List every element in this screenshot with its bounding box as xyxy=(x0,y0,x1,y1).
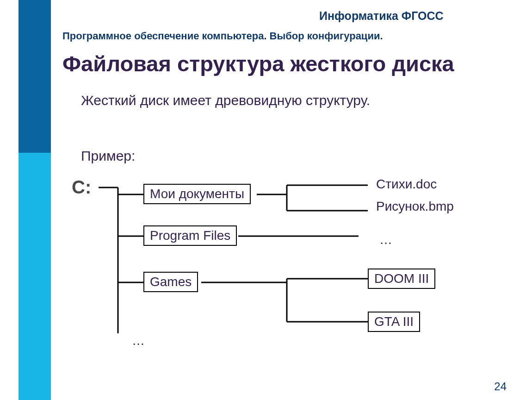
folder-games: Games xyxy=(143,272,198,292)
subtitle: Программное обеспечение компьютера. Выбо… xyxy=(62,30,383,42)
drive-label: C: xyxy=(72,177,91,198)
file-tree-diagram: C: Мои документы Program Files Games Сти… xyxy=(72,171,479,370)
example-label: Пример: xyxy=(81,148,135,164)
sidebar-accent-dark xyxy=(19,0,51,153)
header-right: Информатика ФГОСС xyxy=(319,9,444,23)
file-risunok: Рисунок.bmp xyxy=(376,199,454,214)
program-files-more: … xyxy=(379,232,392,247)
folder-doom3: DOOM III xyxy=(368,269,435,289)
file-stihi: Стихи.doc xyxy=(376,177,437,192)
root-more: … xyxy=(132,333,145,348)
body-text: Жесткий диск имеет древовидную структуру… xyxy=(81,93,370,108)
folder-my-documents: Мои документы xyxy=(143,184,251,204)
folder-gta3: GTA III xyxy=(368,312,420,332)
page-number: 24 xyxy=(494,380,507,393)
slide-title: Файловая структура жесткого диска xyxy=(62,51,454,76)
slide: Информатика ФГОСС Программное обеспечени… xyxy=(0,0,532,400)
folder-program-files: Program Files xyxy=(143,225,237,246)
